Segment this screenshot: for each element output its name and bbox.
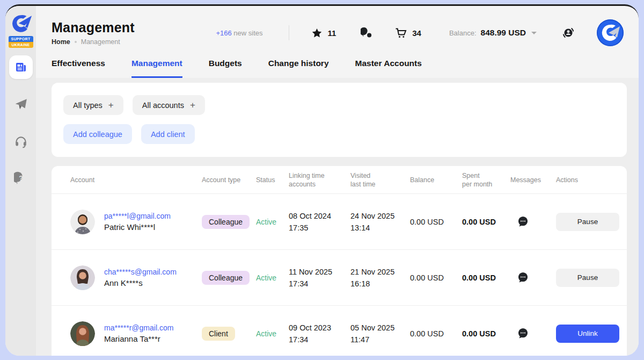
status-label: Active	[256, 218, 276, 226]
avatar	[70, 321, 95, 346]
unlink-button[interactable]: Unlink	[556, 325, 619, 343]
message-bubble-icon[interactable]	[517, 271, 529, 284]
chats-button[interactable]	[361, 27, 373, 39]
brand-logo[interactable]: SUPPORT UKRAINE	[9, 12, 33, 48]
account-name: Marianna Ta***r	[104, 334, 173, 343]
col-account: Account	[70, 176, 202, 184]
tab-effectiveness[interactable]: Effectiveness	[52, 59, 105, 78]
tab-bar: Effectiveness Management Budgets Change …	[36, 51, 639, 78]
sidebar-item-support[interactable]	[9, 129, 33, 153]
pause-button[interactable]: Pause	[556, 213, 619, 231]
table-row: cha*****s@gmail.com Ann K****s Colleague…	[52, 250, 627, 306]
breadcrumb-separator	[75, 41, 77, 43]
add-colleague-button[interactable]: Add colleague	[63, 124, 132, 144]
message-bubble-icon[interactable]	[517, 327, 529, 340]
brand-logo-icon	[10, 12, 32, 35]
tab-master-accounts[interactable]: Master Accounts	[355, 59, 422, 78]
account-type-badge: Colleague	[202, 271, 250, 285]
chevron-down-icon	[531, 32, 537, 34]
user-avatar-logo[interactable]	[597, 19, 624, 46]
account-name: Patric Whi****l	[104, 222, 171, 232]
table-row: ma*****r@gmail.com Marianna Ta***r Clien…	[52, 306, 627, 356]
main-area: Management Home Management +166 new site…	[36, 6, 639, 356]
sidebar-nav: ?	[9, 55, 33, 190]
cart-icon	[394, 26, 407, 39]
account-sync-icon[interactable]	[561, 26, 575, 40]
tab-management[interactable]: Management	[131, 59, 182, 78]
balance-value: 848.99 USD	[481, 28, 526, 38]
new-sites-counter[interactable]: +166 new sites	[216, 29, 262, 37]
favorites-count: 11	[327, 28, 336, 38]
header-divider	[289, 25, 289, 40]
account-name: Ann K****s	[104, 278, 177, 287]
title-block: Management Home Management	[52, 20, 201, 46]
spent-cell: 0.00 USD	[462, 218, 496, 226]
col-account-type: Account type	[202, 176, 256, 184]
breadcrumb-home[interactable]: Home	[52, 38, 70, 46]
headphones-icon	[14, 134, 28, 148]
breadcrumb: Home Management	[52, 38, 201, 46]
add-buttons-row: Add colleague Add client	[63, 124, 615, 144]
account-email-link[interactable]: pa*****l@gmail.com	[104, 212, 171, 220]
filter-all-accounts-label: All accounts	[142, 101, 184, 110]
tab-change-history[interactable]: Change history	[268, 59, 329, 78]
visited-time: 05 Nov 202511:47	[350, 322, 410, 345]
col-actions: Actions	[556, 176, 627, 184]
account-type-badge: Client	[202, 327, 235, 341]
svg-text:?: ?	[19, 175, 23, 182]
avatar	[70, 210, 95, 234]
paper-plane-icon	[14, 97, 28, 111]
page-title: Management	[52, 20, 201, 35]
breadcrumb-current: Management	[81, 38, 120, 46]
pause-button[interactable]: Pause	[556, 269, 619, 287]
accounts-table: Account Account type Status Linking time…	[52, 166, 627, 356]
favorites-counter[interactable]: 11	[311, 27, 336, 39]
add-client-button[interactable]: Add client	[141, 124, 195, 144]
balance-cell: 0.00 USD	[410, 273, 444, 282]
filter-all-accounts[interactable]: All accounts +	[133, 95, 205, 115]
sidebar-item-help[interactable]: ?	[9, 167, 33, 190]
table-header-row: Account Account type Status Linking time…	[52, 166, 627, 194]
filter-row: All types + All accounts +	[63, 95, 615, 115]
linking-time: 09 Oct 202317:34	[289, 322, 350, 345]
col-status: Status	[256, 176, 289, 184]
app-window: SUPPORT UKRAINE	[5, 4, 639, 356]
col-spent: Spentper month	[462, 171, 510, 189]
page-header: Management Home Management +166 new site…	[36, 6, 639, 51]
plus-icon: +	[108, 100, 114, 111]
sidebar: SUPPORT UKRAINE	[5, 6, 36, 356]
status-label: Active	[256, 273, 276, 282]
col-messages: Messages	[510, 176, 556, 184]
visited-time: 21 Nov 202516:18	[350, 266, 410, 290]
balance-cell: 0.00 USD	[410, 218, 444, 226]
status-label: Active	[256, 329, 276, 338]
new-sites-label: new sites	[233, 29, 262, 37]
message-bubble-icon[interactable]	[517, 215, 529, 228]
cart-count: 34	[412, 28, 421, 38]
star-icon	[311, 27, 323, 39]
filter-all-types[interactable]: All types +	[63, 95, 123, 115]
content-area: All types + All accounts + Add colleague…	[36, 78, 639, 356]
account-type-badge: Colleague	[202, 215, 250, 229]
question-bubble-icon: ?	[14, 171, 28, 185]
visited-time: 24 Nov 202513:14	[350, 210, 410, 234]
account-email-link[interactable]: ma*****r@gmail.com	[104, 323, 173, 332]
tab-budgets[interactable]: Budgets	[209, 59, 242, 78]
linking-time: 11 Nov 202517:34	[289, 266, 350, 290]
balance-dropdown[interactable]: Balance: 848.99 USD	[449, 28, 537, 38]
table-row: pa*****l@gmail.com Patric Whi****l Colle…	[52, 194, 627, 250]
filter-card: All types + All accounts + Add colleague…	[52, 83, 627, 157]
col-linking-time: Linking timeaccounts	[289, 171, 350, 189]
filter-all-types-label: All types	[73, 101, 103, 110]
sidebar-item-news[interactable]	[9, 55, 33, 79]
cart-counter[interactable]: 34	[394, 26, 421, 39]
account-email-link[interactable]: cha*****s@gmail.com	[104, 268, 177, 276]
sidebar-item-telegram[interactable]	[9, 92, 33, 116]
linking-time: 08 Oct 202417:35	[289, 210, 350, 234]
spent-cell: 0.00 USD	[462, 273, 496, 282]
chats-icon	[361, 27, 373, 39]
col-balance: Balance	[410, 176, 462, 184]
balance-label: Balance:	[449, 29, 477, 37]
avatar	[70, 265, 95, 290]
support-ukraine-badge: SUPPORT UKRAINE	[9, 36, 33, 48]
